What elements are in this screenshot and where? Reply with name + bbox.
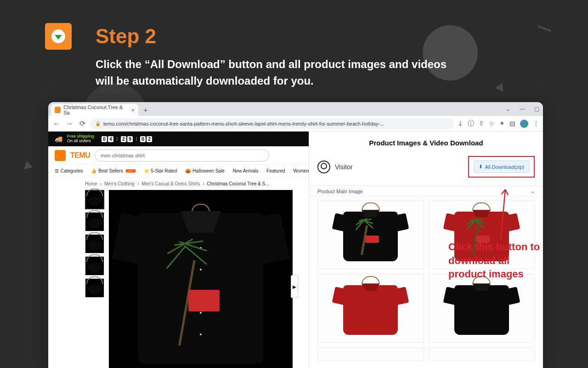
nav-halloween[interactable]: 🎃 Halloween Sale bbox=[185, 168, 225, 173]
browser-tab[interactable]: Christmas Coconut Tree & Sa × bbox=[51, 104, 138, 116]
url-text: temu.com/christmas-coconut-tree-santa-pa… bbox=[103, 121, 384, 126]
thumbnail[interactable] bbox=[85, 234, 104, 253]
chevron-down-icon[interactable]: ⌄ bbox=[506, 106, 510, 112]
temu-logo-icon[interactable] bbox=[55, 150, 66, 161]
crumb-current: Christmas Coconut Tree & S... bbox=[207, 181, 269, 186]
step-description: Click the “All Download” button and all … bbox=[96, 56, 463, 89]
search-input[interactable]: men christmas shirt bbox=[95, 150, 269, 161]
minimize-icon[interactable]: — bbox=[520, 106, 525, 112]
free-shipping-title: Free shipping bbox=[67, 134, 94, 138]
temu-brand[interactable]: TEMU bbox=[70, 151, 90, 160]
cd-digit: 2 bbox=[147, 136, 152, 142]
nav-categories[interactable]: ☰ Categories bbox=[55, 168, 83, 173]
tab-title: Christmas Coconut Tree & Sa bbox=[63, 104, 126, 115]
annotation-text: Click this button to download all produc… bbox=[448, 240, 549, 281]
cd-sep: : bbox=[134, 136, 139, 142]
thumbnail[interactable] bbox=[85, 190, 104, 209]
reload-button[interactable]: ⟳ bbox=[78, 119, 87, 128]
cd-digit: 0 bbox=[102, 136, 107, 142]
back-button[interactable]: ← bbox=[52, 120, 61, 128]
thumbnail[interactable] bbox=[85, 256, 104, 276]
decor-line bbox=[537, 25, 551, 32]
translate-icon[interactable]: ⓘ bbox=[468, 120, 474, 128]
crumb[interactable]: Men's Casual & Dress Shirts bbox=[141, 181, 200, 186]
forward-button[interactable]: → bbox=[65, 120, 74, 128]
free-shipping-sub: On all orders bbox=[67, 138, 91, 143]
search-value: men christmas shirt bbox=[101, 153, 144, 158]
extensions-icon[interactable]: ✦ bbox=[499, 120, 505, 128]
thumbnail-list bbox=[85, 190, 104, 368]
lock-icon: 🔒 bbox=[95, 121, 101, 126]
nav-best-sellers[interactable]: 👍 Best SellersHOT bbox=[91, 168, 135, 173]
install-icon[interactable]: ⤓ bbox=[458, 120, 463, 128]
annotation-arrow bbox=[482, 184, 519, 244]
profile-avatar[interactable] bbox=[520, 120, 528, 128]
cd-sep: : bbox=[114, 136, 120, 142]
visitor-label: Visitor bbox=[335, 163, 353, 171]
bookmark-list-icon[interactable]: ▤ bbox=[509, 120, 515, 128]
favicon-icon bbox=[55, 107, 61, 113]
main-product-image[interactable]: ▶ bbox=[109, 190, 293, 368]
close-icon[interactable]: × bbox=[131, 107, 135, 114]
download-folder-icon bbox=[45, 23, 72, 50]
product-image-card[interactable] bbox=[317, 274, 424, 343]
maximize-icon[interactable]: ▢ bbox=[534, 106, 539, 112]
address-bar: ← → ⟳ 🔒 temu.com/christmas-coconut-tree-… bbox=[48, 116, 543, 132]
truck-icon: 🚚 bbox=[55, 135, 62, 143]
panel-title: Product Images & Video Download bbox=[309, 132, 543, 151]
cd-digit: 4 bbox=[108, 136, 113, 142]
menu-icon[interactable]: ⋮ bbox=[533, 120, 539, 128]
download-icon: ⬇ bbox=[479, 164, 483, 170]
crumb[interactable]: Men's Clothing bbox=[104, 181, 135, 186]
share-icon[interactable]: ⇪ bbox=[479, 120, 484, 128]
decor-triangle bbox=[495, 81, 507, 92]
nav-new[interactable]: New Arrivals bbox=[233, 168, 259, 173]
nav-featured[interactable]: Featured bbox=[266, 168, 285, 173]
countdown: 0 4 : 2 9 : 0 2 bbox=[102, 136, 152, 142]
all-download-button[interactable]: ⬇ All Download(zip) bbox=[474, 161, 529, 173]
nav-5star[interactable]: ⭐ 5-Star Rated bbox=[144, 168, 177, 173]
browser-tabbar: Christmas Coconut Tree & Sa × + ⌄ — ▢ bbox=[48, 102, 543, 116]
section-title: Product Main Image bbox=[317, 189, 362, 194]
browser-window: Christmas Coconut Tree & Sa × + ⌄ — ▢ ← … bbox=[48, 102, 543, 368]
crumb[interactable]: Home bbox=[85, 181, 97, 186]
all-download-highlight: ⬇ All Download(zip) bbox=[468, 156, 535, 178]
all-download-label: All Download(zip) bbox=[485, 164, 524, 170]
new-tab-button[interactable]: + bbox=[140, 105, 151, 116]
cd-digit: 2 bbox=[121, 136, 126, 142]
url-input[interactable]: 🔒 temu.com/christmas-coconut-tree-santa-… bbox=[90, 118, 454, 129]
user-icon bbox=[317, 161, 330, 173]
thumbnail[interactable] bbox=[85, 212, 104, 231]
product-image-card[interactable] bbox=[317, 200, 424, 269]
cd-digit: 9 bbox=[127, 136, 133, 142]
thumbnail[interactable] bbox=[85, 278, 104, 298]
chevron-down-icon[interactable]: ⌄ bbox=[531, 188, 535, 194]
expand-handle[interactable]: ▶ bbox=[291, 275, 298, 298]
product-image-card[interactable] bbox=[429, 347, 535, 361]
cd-digit: 0 bbox=[140, 136, 146, 142]
decor-triangle bbox=[22, 160, 33, 170]
product-image-card[interactable] bbox=[317, 347, 424, 361]
product-image-card[interactable] bbox=[429, 274, 535, 343]
star-icon[interactable]: ☆ bbox=[489, 120, 495, 128]
step-title: Step 2 bbox=[96, 25, 156, 48]
